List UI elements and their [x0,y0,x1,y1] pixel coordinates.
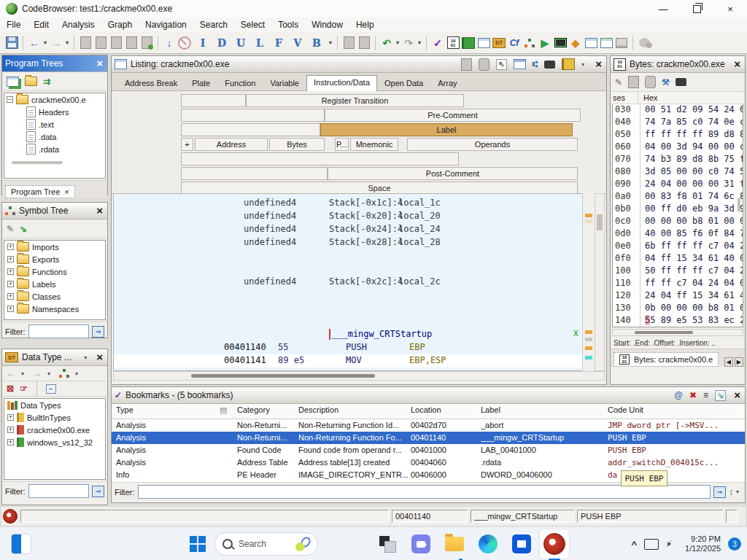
tray-chevron-icon[interactable]: ^ [631,539,637,550]
stack-variable-row[interactable]: undefined4 Stack[-0x28]:4 local_28 [114,236,582,249]
goto-symbol-icon[interactable]: ⇘ [20,224,27,234]
listing-view[interactable]: undefined4 Stack[-0x1c]:4 local_1c undef… [113,193,583,371]
bookmark-row[interactable]: Analysis Found Code Found code from oper… [112,444,745,456]
field-empty[interactable] [181,109,325,122]
memory-button[interactable] [553,36,568,50]
back-button[interactable]: ← [27,36,42,50]
data-type-letter-button[interactable]: U [233,36,248,50]
expand-icon[interactable]: + [7,244,14,250]
hex-row[interactable]: 070 74 b3 89 d8 8b 75 f [613,154,743,166]
data-type-letter-button[interactable]: B [309,36,324,50]
diff-view-icon[interactable]: ⑆ [533,59,538,69]
toggle-margin-icon[interactable] [562,58,575,70]
expand-icon[interactable]: + [7,293,14,300]
field-operands[interactable]: Operands [407,138,578,151]
hex-view[interactable]: 030 00 51 d2 09 54 24 0 040 74 7a 85 c0 … [612,104,743,327]
edit-fields-icon[interactable] [514,59,526,69]
paste-icon[interactable] [645,76,656,88]
symbol-tree-item[interactable]: + Labels [4,278,105,290]
field-mnemonic[interactable]: Mnemonic [350,138,398,151]
menu-item[interactable]: Edit [27,18,55,31]
analysis-marker[interactable] [585,214,592,217]
field-bytes[interactable]: Bytes [269,138,325,151]
hex-row[interactable]: 080 3d 05 00 00 c0 74 5 [613,166,743,179]
hex-row[interactable]: 0d0 40 00 85 f6 0f 84 7 [613,228,743,241]
symbol-tree-item[interactable]: + Exports [4,253,105,265]
hex-row[interactable]: 120 24 04 ff 15 34 61 4 [613,290,743,303]
field-address[interactable]: Address [195,138,268,151]
teams-button[interactable] [410,533,432,555]
column-header-description[interactable]: Description [298,405,408,414]
restore-button[interactable] [680,0,713,18]
minimize-button[interactable]: — [646,0,680,18]
program-tree-item[interactable]: .rdata [4,143,105,155]
program-diff-button[interactable] [139,36,154,50]
bytes-header[interactable]: 1001 Bytes: crackme0x00.exe × [611,56,745,73]
menu-item[interactable]: Tools [271,18,305,31]
save-button[interactable] [4,36,19,50]
column-header-code-unit[interactable]: Code Unit [608,405,643,414]
menu-item[interactable]: Navigation [139,18,193,31]
data-type-archive[interactable]: + windows_vs12_32 [4,436,105,448]
dt-back-icon[interactable]: ← [7,368,15,378]
back-dropdown[interactable]: ▾ [42,36,48,50]
filter-options-icon[interactable]: ⇒ [713,486,726,498]
column-header-location[interactable]: Location [411,405,478,414]
data-type-letter-button[interactable]: D [214,36,229,50]
filter-settings-icon[interactable]: ↕ [729,487,733,497]
bank-button[interactable] [614,36,629,50]
bookmarks-header[interactable]: ✓ Bookmarks - (5 bookmarks) @ ✖ ≡ ⇘ × [112,387,745,404]
cursor-marker[interactable] [585,356,592,359]
symbol-tree-item[interactable]: + Namespaces [4,303,105,315]
undo-dropdown[interactable]: ▾ [395,36,400,50]
stack-variable-row[interactable]: undefined4 Stack[-0x24]:4 local_24 [114,223,582,236]
program-tree-item[interactable]: .text [4,118,105,131]
symbol-references-button[interactable] [599,36,614,50]
function-label-row[interactable]: ___mingw_CRTStartup X [114,328,582,341]
cast-display-icon[interactable] [644,539,659,550]
data-type-archive[interactable]: + crackme0x00.exe [4,424,105,436]
stack-variable-row[interactable]: undefined4 Stack[-0x1c]:4 local_1c [114,197,582,210]
menu-item[interactable]: Search [193,18,234,31]
field-label[interactable]: Label [320,123,573,136]
stack-variable-row[interactable]: undefined4 Stack[-0x20]:4 local_20 [114,210,582,223]
hex-row[interactable]: 030 00 51 d2 09 54 24 0 [613,104,743,117]
program-trees-header[interactable]: Program Trees × [2,55,107,72]
hex-row[interactable]: 0e0 6b ff ff ff c7 04 2 [613,241,743,253]
hex-row[interactable]: 040 74 7a 85 c0 74 0e c [613,117,743,129]
edit-disabled-icon[interactable]: ✎ [7,224,14,234]
settings-wrench-icon[interactable]: ⚒ [662,77,670,88]
redo-button[interactable]: ↷ [401,36,416,50]
format-tab[interactable]: Address Break [117,76,185,90]
analysis-marker[interactable] [585,330,592,334]
expand-icon[interactable]: + [7,427,14,433]
bytes-close-icon[interactable]: × [732,59,742,69]
ghidra-status-icon[interactable] [3,509,18,524]
copy-icon[interactable] [461,58,472,71]
data-type-letter-button[interactable]: F [271,36,286,50]
snapshot-camera-icon[interactable] [676,78,686,86]
widgets-button[interactable] [10,533,32,555]
edge-button[interactable] [477,533,499,555]
bytes-horizontal-scrollbar[interactable] [612,329,743,336]
program-tree-item[interactable]: .data [4,131,105,143]
dt-forward-dropdown[interactable]: ▾ [47,370,53,377]
hex-row[interactable]: 140 55 89 e5 53 83 ec 2 [613,315,743,327]
menu-item[interactable]: Graph [101,18,139,31]
hex-row[interactable]: 060 04 00 3d 94 00 00 c [613,141,743,154]
diamond-tool-button[interactable]: ◆ [568,36,583,50]
edit-bytes-icon[interactable]: ✎ [615,77,622,88]
format-tab[interactable]: Array [430,76,464,90]
help-chat-button[interactable] [637,36,651,50]
snapshot-copy-button[interactable] [109,36,123,50]
field-p[interactable]: P... [335,138,349,151]
bytes-tab[interactable]: 1001 Bytes: crackme0x00.exe [614,352,719,367]
tab-close-icon[interactable]: × [64,187,69,196]
data-type-header[interactable]: DT Data Type ... ▾ × [2,349,107,366]
expand-icon[interactable]: + [7,414,14,421]
symbol-tree-item[interactable]: + Classes [4,290,105,303]
hex-row[interactable]: 050 ff ff ff ff 89 d8 8 [613,129,743,141]
program-trees-close-icon[interactable]: × [95,58,104,69]
listing-vertical-scrollbar[interactable] [595,193,605,371]
horizontal-scroll-thumb[interactable] [12,161,63,164]
